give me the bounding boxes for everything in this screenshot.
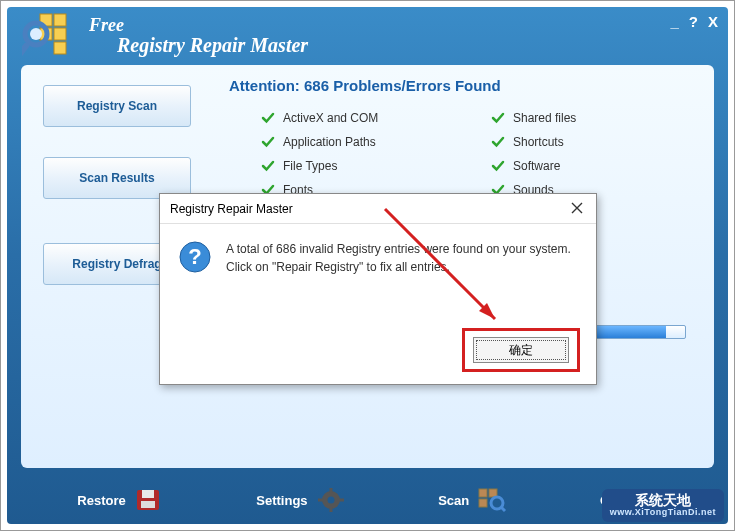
ok-button[interactable]: 确定 xyxy=(473,337,569,363)
svg-rect-9 xyxy=(142,490,154,498)
dialog-text: A total of 686 invalid Registry entries … xyxy=(226,240,571,276)
check-icon xyxy=(261,135,275,149)
dialog-title-text: Registry Repair Master xyxy=(170,202,293,216)
category-label: Shared files xyxy=(513,111,576,125)
svg-rect-4 xyxy=(54,42,66,54)
gear-icon xyxy=(316,487,346,513)
question-icon: ? xyxy=(178,240,212,274)
category-item: Shared files xyxy=(491,111,641,125)
footer-restore[interactable]: Restore xyxy=(77,487,163,513)
svg-point-6 xyxy=(30,28,42,40)
progress-fill xyxy=(591,326,666,338)
scan-icon xyxy=(477,487,507,513)
dialog-titlebar: Registry Repair Master xyxy=(160,194,596,224)
dialog-footer: 确定 xyxy=(462,328,580,372)
help-button[interactable]: ? xyxy=(689,13,698,30)
footer-label: Restore xyxy=(77,493,125,508)
window-controls: _ ? X xyxy=(670,13,718,30)
category-item: Application Paths xyxy=(261,135,461,149)
watermark: 系统天地 www.XiTongTianDi.net xyxy=(602,489,724,522)
category-label: ActiveX and COM xyxy=(283,111,378,125)
footer-scan[interactable]: Scan xyxy=(438,487,507,513)
button-label: Scan Results xyxy=(79,171,154,185)
category-item: Software xyxy=(491,159,641,173)
svg-rect-19 xyxy=(479,499,487,507)
category-label: File Types xyxy=(283,159,337,173)
footer-label: Settings xyxy=(256,493,307,508)
svg-rect-16 xyxy=(339,499,344,502)
svg-line-21 xyxy=(501,507,505,511)
minimize-button[interactable]: _ xyxy=(670,13,678,30)
disk-icon xyxy=(134,487,164,513)
button-label: Registry Scan xyxy=(77,99,157,113)
svg-rect-1 xyxy=(54,14,66,26)
dialog-line2: Click on "Repair Registry" to fix all en… xyxy=(226,258,571,276)
app-logo-icon xyxy=(19,11,79,61)
dialog-close-button[interactable] xyxy=(566,198,588,218)
category-label: Software xyxy=(513,159,560,173)
svg-rect-3 xyxy=(54,28,66,40)
progress-bar xyxy=(590,325,686,339)
watermark-text: 系统天地 xyxy=(610,493,716,508)
svg-rect-17 xyxy=(479,489,487,497)
category-item: ActiveX and COM xyxy=(261,111,461,125)
category-label: Application Paths xyxy=(283,135,376,149)
footer-label: Scan xyxy=(438,493,469,508)
registry-scan-button[interactable]: Registry Scan xyxy=(43,85,191,127)
svg-point-12 xyxy=(327,497,334,504)
watermark-url: www.XiTongTianDi.net xyxy=(610,508,716,518)
svg-text:?: ? xyxy=(188,244,201,269)
check-icon xyxy=(261,111,275,125)
message-dialog: Registry Repair Master ? A total of 686 … xyxy=(159,193,597,385)
svg-rect-13 xyxy=(329,488,332,493)
category-item: Shortcuts xyxy=(491,135,641,149)
app-title-line2: Registry Repair Master xyxy=(117,35,308,56)
check-icon xyxy=(261,159,275,173)
check-icon xyxy=(491,159,505,173)
app-title: Free Registry Repair Master xyxy=(89,16,308,56)
annotation-highlight: 确定 xyxy=(462,328,580,372)
svg-rect-10 xyxy=(141,501,155,508)
attention-heading: Attention: 686 Problems/Errors Found xyxy=(229,77,501,94)
titlebar: Free Registry Repair Master _ ? X xyxy=(7,7,728,65)
category-item: File Types xyxy=(261,159,461,173)
svg-rect-15 xyxy=(318,499,323,502)
footer-settings[interactable]: Settings xyxy=(256,487,345,513)
watermark-box: 系统天地 www.XiTongTianDi.net xyxy=(602,489,724,522)
category-list: ActiveX and COM Shared files Application… xyxy=(261,111,641,197)
button-label: Registry Defrag xyxy=(72,257,161,271)
check-icon xyxy=(491,135,505,149)
svg-line-7 xyxy=(22,46,26,54)
category-label: Shortcuts xyxy=(513,135,564,149)
dialog-body: ? A total of 686 invalid Registry entrie… xyxy=(160,224,596,286)
close-button[interactable]: X xyxy=(708,13,718,30)
check-icon xyxy=(491,111,505,125)
app-title-line1: Free xyxy=(89,16,308,35)
dialog-line1: A total of 686 invalid Registry entries … xyxy=(226,240,571,258)
svg-rect-14 xyxy=(329,507,332,512)
screenshot-frame: Free Registry Repair Master _ ? X Regist… xyxy=(0,0,735,531)
